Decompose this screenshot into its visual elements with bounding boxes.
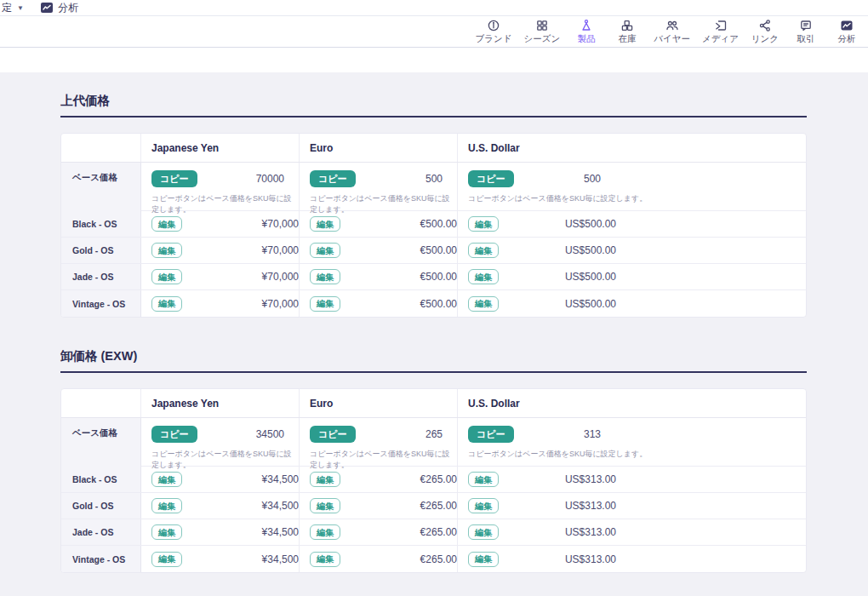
- edit-button[interactable]: 編集: [310, 296, 340, 312]
- edit-button[interactable]: 編集: [151, 498, 182, 513]
- edit-button[interactable]: 編集: [151, 216, 182, 232]
- header-spacer: [0, 48, 868, 72]
- nav-item-seasons[interactable]: シーズン: [524, 19, 561, 45]
- price-value: US$313.00: [565, 473, 616, 485]
- edit-button[interactable]: 編集: [468, 498, 499, 513]
- edit-button[interactable]: 編集: [310, 498, 340, 513]
- label-column-header: [61, 389, 141, 417]
- base-price-value: 70000: [256, 173, 298, 185]
- breadcrumb-bar: 定 ▼ 分析: [0, 0, 868, 16]
- buyers-icon: [665, 19, 679, 32]
- edit-button[interactable]: 編集: [151, 552, 182, 567]
- base-price-value: 265: [425, 428, 456, 440]
- price-cell: 編集 US$313.00: [458, 467, 806, 492]
- price-value: ¥70,000: [262, 244, 299, 256]
- edit-button[interactable]: 編集: [151, 524, 182, 540]
- copy-hint-text: コピーボタンはベース価格をSKU毎に設定します。: [468, 449, 806, 460]
- price-cell: 編集 ¥70,000: [141, 290, 300, 317]
- copy-button[interactable]: コピー: [310, 170, 356, 187]
- base-price-cell: コピー 500 コピーボタンはベース価格をSKU毎に設定します。: [458, 163, 806, 215]
- price-value: US$500.00: [565, 244, 616, 256]
- nav-item-media[interactable]: メディア: [702, 19, 739, 45]
- copy-button[interactable]: コピー: [151, 426, 197, 443]
- nav-item-brand[interactable]: ブランド: [476, 19, 512, 45]
- price-cell: 編集 ¥70,000: [141, 264, 300, 289]
- edit-button[interactable]: 編集: [310, 524, 340, 540]
- edit-button[interactable]: 編集: [468, 552, 499, 567]
- edit-button[interactable]: 編集: [468, 269, 499, 284]
- price-value: ¥34,500: [262, 473, 299, 485]
- nav-item-analytics[interactable]: 分析: [832, 19, 861, 45]
- price-value: ¥70,000: [262, 298, 299, 310]
- currency-column-header: Japanese Yen: [141, 134, 300, 162]
- edit-button[interactable]: 編集: [468, 296, 499, 312]
- sku-row: Black - OS 編集 ¥34,500 編集 €265.00 編集: [61, 467, 806, 493]
- price-value: US$500.00: [565, 298, 616, 310]
- sku-label: Jade - OS: [61, 519, 141, 545]
- price-cell: 編集 US$500.00: [458, 211, 806, 237]
- nav-item-transactions[interactable]: 取引: [791, 19, 820, 45]
- analytics-chip-icon: [41, 3, 53, 13]
- sku-label: Black - OS: [61, 467, 141, 492]
- price-cell: 編集 €500.00: [300, 211, 458, 237]
- price-value: €500.00: [420, 298, 457, 310]
- base-price-row: ベース価格 コピー 34500 コピーボタンはベース価格をSKU毎に設定します。…: [61, 418, 806, 467]
- links-icon: [758, 19, 772, 32]
- price-value: ¥34,500: [262, 500, 299, 512]
- edit-button[interactable]: 編集: [310, 243, 340, 258]
- copy-button[interactable]: コピー: [468, 426, 514, 443]
- settings-menu[interactable]: 定: [2, 1, 12, 15]
- price-value: €500.00: [420, 244, 457, 256]
- price-cell: 編集 €500.00: [300, 238, 458, 263]
- nav-item-links[interactable]: リンク: [751, 19, 779, 45]
- price-cell: 編集 US$313.00: [458, 546, 806, 572]
- price-cell: 編集 ¥34,500: [141, 493, 300, 519]
- price-value: €500.00: [420, 218, 457, 230]
- base-price-cell: コピー 500 コピーボタンはベース価格をSKU毎に設定します。: [300, 163, 458, 215]
- edit-button[interactable]: 編集: [310, 269, 340, 284]
- edit-button[interactable]: 編集: [151, 472, 182, 487]
- main-nav: ブランド シーズン 製品 在庫 バイヤー メディア リンク 取引 分析: [0, 16, 868, 48]
- edit-button[interactable]: 編集: [310, 552, 340, 567]
- price-value: US$313.00: [565, 526, 616, 538]
- price-table: Japanese Yen Euro U.S. Dollar ベース価格 コピー …: [60, 133, 807, 318]
- price-cell: 編集 ¥34,500: [141, 546, 300, 572]
- edit-button[interactable]: 編集: [310, 472, 340, 487]
- section-title: 上代価格: [60, 93, 807, 117]
- edit-button[interactable]: 編集: [468, 472, 499, 487]
- copy-hint-text: コピーボタンはベース価格をSKU毎に設定します。: [468, 193, 806, 204]
- base-price-value: 313: [584, 428, 614, 440]
- nav-item-buyers[interactable]: バイヤー: [654, 19, 690, 45]
- edit-button[interactable]: 編集: [151, 296, 182, 312]
- nav-item-products[interactable]: 製品: [572, 19, 601, 45]
- price-cell: 編集 ¥34,500: [141, 519, 300, 545]
- sku-label: Jade - OS: [61, 264, 141, 289]
- edit-button[interactable]: 編集: [468, 216, 499, 232]
- copy-button[interactable]: コピー: [468, 170, 514, 187]
- edit-button[interactable]: 編集: [468, 524, 499, 540]
- copy-button[interactable]: コピー: [151, 170, 197, 187]
- price-value: ¥34,500: [262, 526, 299, 538]
- transactions-icon: [799, 19, 813, 32]
- sku-row: Gold - OS 編集 ¥70,000 編集 €500.00 編集: [61, 238, 806, 264]
- price-cell: 編集 €265.00: [300, 467, 458, 492]
- analytics-breadcrumb[interactable]: 分析: [58, 1, 78, 15]
- nav-item-inventory[interactable]: 在庫: [613, 19, 642, 45]
- price-value: €500.00: [420, 271, 457, 283]
- price-cell: 編集 US$500.00: [458, 264, 806, 289]
- price-cell: 編集 ¥70,000: [141, 211, 300, 237]
- table-header-row: Japanese Yen Euro U.S. Dollar: [61, 134, 806, 163]
- edit-button[interactable]: 編集: [151, 269, 182, 284]
- price-cell: 編集 ¥70,000: [141, 238, 300, 263]
- edit-button[interactable]: 編集: [151, 243, 182, 258]
- chevron-down-icon[interactable]: ▼: [17, 4, 24, 12]
- table-header-row: Japanese Yen Euro U.S. Dollar: [61, 389, 806, 418]
- edit-button[interactable]: 編集: [310, 216, 340, 232]
- media-icon: [714, 19, 728, 32]
- sku-label: Vintage - OS: [61, 546, 141, 572]
- edit-button[interactable]: 編集: [468, 243, 499, 258]
- copy-button[interactable]: コピー: [310, 426, 356, 443]
- inventory-icon: [620, 19, 634, 32]
- price-cell: 編集 US$313.00: [458, 519, 806, 545]
- currency-column-header: Euro: [300, 134, 458, 162]
